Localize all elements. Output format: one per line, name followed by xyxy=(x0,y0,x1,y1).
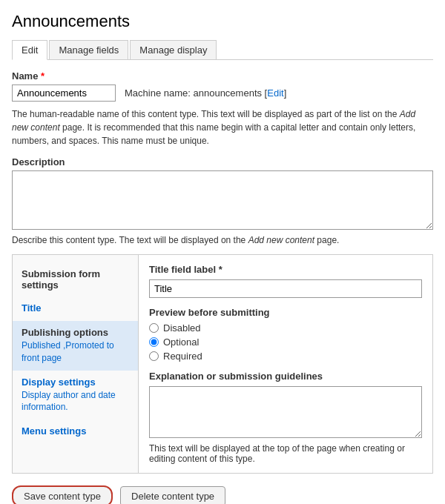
title-field-label: Title field label * xyxy=(149,264,422,275)
required-marker: * xyxy=(38,70,44,82)
name-row: Machine name: announcements [Edit] xyxy=(12,84,433,102)
sidebar-item-menu-settings[interactable]: Menu settings xyxy=(13,420,138,444)
settings-box-header: Submission form settings xyxy=(13,262,138,296)
sidebar-item-publishing-options[interactable]: Publishing options Published ,Promoted t… xyxy=(13,321,138,371)
explain-label: Explanation or submission guidelines xyxy=(149,371,422,382)
description-textarea[interactable] xyxy=(12,170,433,230)
page-title: Announcements xyxy=(12,12,433,31)
preview-label: Preview before submitting xyxy=(149,307,422,318)
settings-main: Title field label * Preview before submi… xyxy=(139,255,432,473)
sidebar-item-title[interactable]: Title xyxy=(13,296,138,321)
radio-required[interactable] xyxy=(149,351,159,361)
machine-name: Machine name: announcements [Edit] xyxy=(125,87,286,99)
radio-disabled[interactable] xyxy=(149,323,159,333)
tab-bar: Edit Manage fields Manage display xyxy=(12,40,433,60)
settings-box: Submission form settings Title Publishin… xyxy=(12,254,433,474)
radio-disabled-label: Disabled xyxy=(163,322,201,334)
radio-required-label: Required xyxy=(163,351,202,362)
tab-edit[interactable]: Edit xyxy=(12,40,47,60)
explain-hint: This text will be displayed at the top o… xyxy=(149,443,422,464)
sidebar-title-label: Title xyxy=(22,302,129,314)
sidebar-menu-label: Menu settings xyxy=(22,425,129,437)
radio-optional-row[interactable]: Optional xyxy=(149,336,422,348)
delete-content-type-button[interactable]: Delete content type xyxy=(120,486,225,504)
explain-textarea[interactable] xyxy=(149,386,422,438)
title-field-input[interactable] xyxy=(149,279,422,298)
radio-disabled-row[interactable]: Disabled xyxy=(149,322,422,334)
sidebar-display-sub: Display author and date information. xyxy=(22,389,129,414)
sidebar-publishing-sub: Published ,Promoted to front page xyxy=(22,339,129,365)
name-hint: The human-readable name of this content … xyxy=(12,107,433,147)
sidebar-publishing-label: Publishing options xyxy=(22,327,129,338)
sidebar-display-label: Display settings xyxy=(22,377,129,388)
settings-sidebar: Submission form settings Title Publishin… xyxy=(13,255,139,473)
tab-manage-fields[interactable]: Manage fields xyxy=(49,40,128,59)
name-label: Name * xyxy=(12,70,433,82)
radio-optional-label: Optional xyxy=(163,336,199,348)
machine-name-edit-link[interactable]: Edit xyxy=(267,87,283,99)
bottom-buttons: Save content type Delete content type xyxy=(12,485,433,504)
radio-optional[interactable] xyxy=(149,337,159,347)
save-content-type-button[interactable]: Save content type xyxy=(12,485,113,504)
description-hint: Describe this content type. The text wil… xyxy=(12,235,433,245)
radio-required-row[interactable]: Required xyxy=(149,351,422,362)
tab-manage-display[interactable]: Manage display xyxy=(130,40,217,59)
preview-radio-group: Disabled Optional Required xyxy=(149,322,422,362)
name-input[interactable] xyxy=(12,84,116,102)
sidebar-item-display-settings[interactable]: Display settings Display author and date… xyxy=(13,371,138,420)
description-label: Description xyxy=(12,156,433,168)
